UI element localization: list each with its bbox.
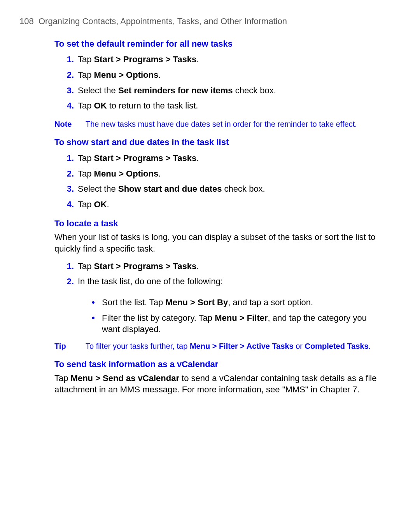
step-item: 4. Tap OK to return to the task list. bbox=[62, 98, 381, 114]
page-header: 108 Organizing Contacts, Appointments, T… bbox=[19, 16, 401, 27]
step-number: 1. bbox=[62, 54, 74, 65]
heading-locate-task: To locate a task bbox=[54, 218, 401, 229]
para-text-bold: Menu > Send as vCalendar bbox=[71, 373, 179, 383]
heading-send-vcalendar: To send task information as a vCalendar bbox=[54, 359, 401, 370]
tip-text-bold: Completed Tasks bbox=[305, 342, 369, 350]
note-text: The new tasks must have due dates set in… bbox=[86, 119, 381, 129]
step-text-pre: Tap bbox=[78, 199, 94, 209]
step-number: 3. bbox=[62, 85, 74, 96]
step-text-bold: OK bbox=[94, 199, 107, 209]
step-number: 1. bbox=[62, 261, 74, 272]
bullet-item: Filter the list by category. Tap Menu > … bbox=[89, 310, 381, 337]
note-label: Note bbox=[54, 119, 86, 129]
step-text-bold: Menu > Options bbox=[94, 70, 159, 80]
step-item: 2. In the task list, do one of the follo… bbox=[62, 274, 381, 289]
step-text-bold: OK bbox=[94, 101, 107, 110]
step-item: 1. Tap Start > Programs > Tasks. bbox=[62, 259, 381, 274]
steps-show-start-due: 1. Tap Start > Programs > Tasks. 2. Tap … bbox=[62, 150, 381, 212]
step-text-pre: Tap bbox=[78, 169, 94, 178]
step-text-post: . bbox=[158, 70, 161, 80]
steps-locate-task: 1. Tap Start > Programs > Tasks. 2. In t… bbox=[62, 259, 381, 289]
step-text-bold: Start > Programs > Tasks bbox=[94, 153, 197, 163]
step-text: In the task list, do one of the followin… bbox=[78, 276, 223, 286]
tip-text-pre: To filter your tasks further, tap bbox=[86, 342, 190, 350]
bullet-text-bold: Menu > Sort By bbox=[165, 297, 228, 307]
send-vcalendar-text: Tap Menu > Send as vCalendar to send a v… bbox=[54, 373, 381, 395]
bullet-text-post: , and tap a sort option. bbox=[228, 297, 313, 307]
step-text-post: . bbox=[196, 153, 199, 163]
tip-label: Tip bbox=[54, 341, 86, 352]
locate-task-intro: When your list of tasks is long, you can… bbox=[54, 231, 381, 254]
page-number: 108 bbox=[19, 16, 34, 26]
step-number: 4. bbox=[62, 199, 74, 210]
step-text-pre: Select the bbox=[78, 184, 118, 194]
step-text-post: check box. bbox=[222, 184, 265, 194]
step-text-post: check box. bbox=[233, 86, 276, 95]
step-text-bold: Start > Programs > Tasks bbox=[94, 54, 197, 64]
step-text-pre: Tap bbox=[78, 153, 94, 163]
tip-text-post: . bbox=[369, 342, 371, 350]
heading-set-default-reminder: To set the default reminder for all new … bbox=[54, 38, 401, 50]
bullets-locate-task: Sort the list. Tap Menu > Sort By, and t… bbox=[89, 295, 381, 337]
step-text-pre: Tap bbox=[78, 101, 94, 110]
step-text-post: . bbox=[158, 169, 161, 178]
step-text-pre: Tap bbox=[78, 261, 94, 271]
tip-text-bold: Menu > Filter > Active Tasks bbox=[190, 342, 294, 350]
step-item: 2. Tap Menu > Options. bbox=[62, 67, 381, 83]
heading-show-start-due: To show start and due dates in the task … bbox=[54, 136, 401, 148]
step-number: 3. bbox=[62, 183, 74, 195]
step-item: 3. Select the Show start and due dates c… bbox=[62, 181, 381, 197]
step-item: 1. Tap Start > Programs > Tasks. bbox=[62, 52, 381, 67]
step-number: 4. bbox=[62, 100, 74, 112]
chapter-title: Organizing Contacts, Appointments, Tasks… bbox=[38, 16, 287, 26]
step-text-pre: Tap bbox=[78, 54, 94, 64]
tip-text: To filter your tasks further, tap Menu >… bbox=[86, 341, 381, 352]
tip-text-mid: or bbox=[294, 342, 305, 350]
step-number: 2. bbox=[62, 168, 74, 180]
step-text-post: . bbox=[196, 54, 199, 64]
bullet-text-pre: Filter the list by category. Tap bbox=[102, 313, 215, 323]
bullet-item: Sort the list. Tap Menu > Sort By, and t… bbox=[89, 295, 381, 310]
bullet-text-pre: Sort the list. Tap bbox=[102, 297, 165, 307]
step-number: 1. bbox=[62, 152, 74, 164]
steps-set-default-reminder: 1. Tap Start > Programs > Tasks. 2. Tap … bbox=[62, 52, 381, 114]
para-text-pre: Tap bbox=[54, 373, 71, 383]
step-item: 4. Tap OK. bbox=[62, 197, 381, 212]
step-text-bold: Menu > Options bbox=[94, 169, 159, 178]
step-text-pre: Select the bbox=[78, 86, 118, 95]
step-item: 3. Select the Set reminders for new item… bbox=[62, 83, 381, 98]
step-number: 2. bbox=[62, 69, 74, 81]
step-text-pre: Tap bbox=[78, 70, 94, 80]
step-number: 2. bbox=[62, 276, 74, 287]
tip-block: Tip To filter your tasks further, tap Me… bbox=[54, 341, 381, 352]
step-text-post: . bbox=[196, 261, 199, 271]
step-text-bold: Start > Programs > Tasks bbox=[94, 261, 197, 271]
note-block: Note The new tasks must have due dates s… bbox=[54, 119, 381, 129]
step-item: 1. Tap Start > Programs > Tasks. bbox=[62, 150, 381, 166]
step-text-post: to return to the task list. bbox=[107, 101, 198, 110]
step-text-bold: Set reminders for new items bbox=[118, 86, 233, 95]
bullet-text-bold: Menu > Filter bbox=[215, 313, 268, 323]
step-text-post: . bbox=[107, 199, 109, 209]
step-item: 2. Tap Menu > Options. bbox=[62, 166, 381, 182]
step-text-bold: Show start and due dates bbox=[118, 184, 222, 194]
